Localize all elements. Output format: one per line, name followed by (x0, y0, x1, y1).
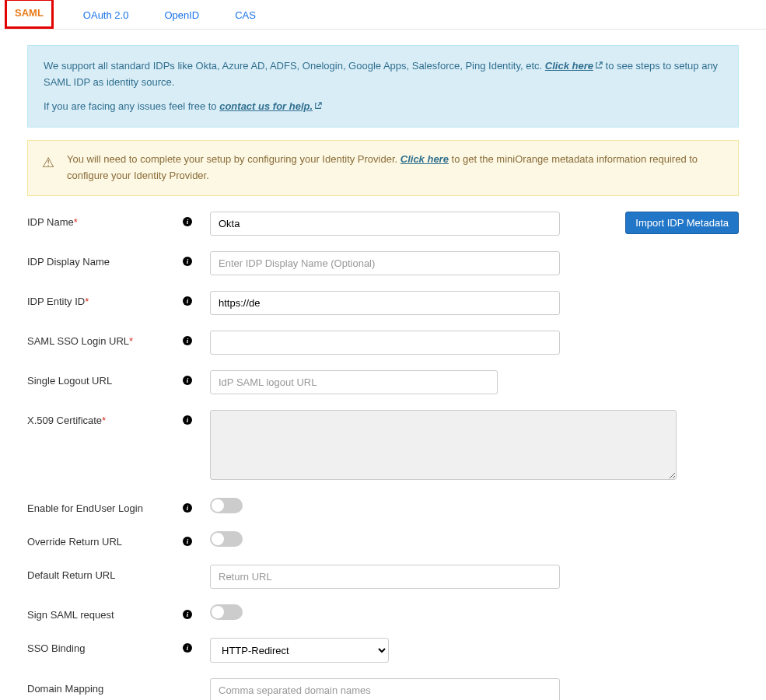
sso-binding-select[interactable]: HTTP-Redirect (210, 638, 389, 663)
info-icon[interactable]: i (183, 376, 192, 385)
info-icon[interactable]: i (183, 217, 192, 226)
info-icon[interactable]: i (183, 257, 192, 266)
info-text-1: We support all standard IDPs like Okta, … (44, 60, 545, 72)
tab-oauth[interactable]: OAuth 2.0 (77, 2, 135, 29)
tabs-bar: SAML OAuth 2.0 OpenID CAS (0, 2, 766, 30)
idp-display-input[interactable] (210, 251, 560, 275)
label-override-return: Override Return URL (27, 531, 183, 548)
info-icon[interactable]: i (183, 537, 192, 546)
label-sso-url: SAML SSO Login URL* (27, 331, 183, 347)
label-domain-mapping: Domain Mapping (27, 678, 183, 695)
info-icon[interactable]: i (183, 503, 192, 513)
info-banner: We support all standard IDPs like Okta, … (27, 45, 739, 128)
label-idp-name: IDP Name* (27, 212, 183, 228)
warn-text-1: You will need to complete your setup by … (67, 153, 400, 165)
slo-url-input[interactable] (210, 370, 498, 394)
label-enable-enduser: Enable for EndUser Login (27, 498, 183, 514)
external-link-icon (595, 58, 603, 66)
label-sign-request: Sign SAML request (27, 604, 183, 621)
sign-request-toggle[interactable] (210, 604, 243, 620)
info-icon[interactable]: i (183, 336, 192, 345)
tab-saml[interactable]: SAML (5, 0, 54, 29)
info-icon[interactable]: i (183, 296, 192, 306)
override-return-toggle[interactable] (210, 531, 243, 547)
label-sso-binding: SSO Binding (27, 638, 183, 654)
contact-link[interactable]: contact us for help. (219, 100, 322, 112)
idp-name-input[interactable] (210, 212, 560, 236)
cert-textarea[interactable] (210, 410, 677, 480)
warning-icon: ⚠ (42, 152, 54, 174)
label-idp-display: IDP Display Name (27, 251, 183, 268)
label-cert: X.509 Certificate* (27, 410, 183, 426)
label-slo-url: Single Logout URL (27, 370, 183, 387)
click-here-link-1[interactable]: Click here (545, 60, 603, 72)
tab-cas[interactable]: CAS (229, 2, 262, 29)
enable-enduser-toggle[interactable] (210, 498, 243, 513)
info-icon[interactable]: i (183, 643, 192, 653)
warn-banner: ⚠ You will need to complete your setup b… (27, 140, 739, 196)
info-icon[interactable]: i (183, 415, 192, 425)
label-idp-entity: IDP Entity ID* (27, 291, 183, 307)
tab-openid[interactable]: OpenID (158, 2, 205, 29)
import-metadata-button[interactable]: Import IDP Metadata (625, 212, 739, 234)
idp-entity-input[interactable] (210, 291, 560, 315)
default-return-input[interactable] (210, 565, 560, 589)
domain-mapping-input[interactable] (210, 678, 560, 700)
sso-url-input[interactable] (210, 331, 560, 355)
info-text-3: If you are facing any issues feel free t… (44, 100, 219, 112)
external-link-icon (314, 99, 322, 107)
label-default-return: Default Return URL (27, 565, 183, 581)
click-here-link-2[interactable]: Click here (400, 153, 449, 165)
info-icon[interactable]: i (183, 610, 192, 619)
